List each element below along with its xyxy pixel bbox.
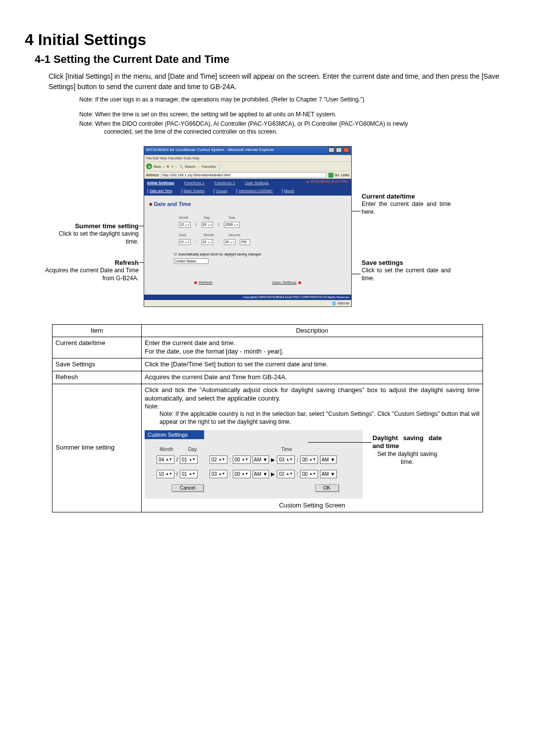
favorites-icon[interactable]: ★ [197, 164, 200, 169]
td-item-refresh: Refresh [53, 371, 142, 384]
cs-ampm-1b[interactable]: AM ▼ [320, 455, 337, 464]
checkbox-icon[interactable]: ☑ [174, 252, 177, 256]
minimize-icon[interactable] [328, 148, 334, 152]
custom-labels: Month Day Time [160, 446, 354, 453]
refresh-button[interactable]: Refresh [194, 280, 213, 285]
cs-ampm-1a[interactable]: AM ▼ [253, 455, 269, 464]
custom-row-2: 10▲▼ / 01▲▼ 03▲▼ : 00▲▼ AM ▼ ▶ 02▲▼ : 00… [157, 470, 354, 478]
window-buttons [328, 148, 349, 154]
tab-functions-2[interactable]: Functions 2 [214, 181, 235, 186]
tab-initial-settings[interactable]: Initial Settings [147, 181, 174, 186]
cs-min-2b[interactable]: 00▲▼ [300, 470, 318, 478]
back-label[interactable]: Back [154, 164, 161, 169]
cs-day-label: Day [188, 446, 197, 453]
back-icon[interactable]: ◄ [146, 163, 152, 169]
callout-current-title: Current date/time [362, 193, 451, 201]
arrow-icon: ▶ [271, 471, 275, 477]
cs-ampm-2b[interactable]: AM ▼ [320, 470, 337, 478]
cs-min-1a[interactable]: 00▲▼ [233, 455, 251, 464]
subtab-date-time[interactable]: Date and Time [147, 189, 172, 193]
subtab-blocks[interactable]: Blocks [282, 189, 295, 193]
stop-icon[interactable]: ✖ [166, 164, 169, 169]
maximize-icon[interactable] [336, 148, 342, 152]
auto-adjust-label: Automatically adjust clock for daylight … [178, 252, 261, 256]
ok-button[interactable]: OK [315, 484, 339, 492]
cs-month-1[interactable]: 04▲▼ [157, 455, 174, 464]
close-icon[interactable] [343, 148, 349, 152]
cs-day-2[interactable]: 01▲▼ [180, 470, 198, 478]
subtab-lossnay[interactable]: Interlocked LOSSNAY [236, 189, 273, 193]
th-description: Description [142, 324, 483, 337]
note-3b: connected, set the time of the connected… [104, 128, 510, 136]
go-button[interactable] [328, 173, 333, 178]
ampm-select[interactable]: PM [240, 239, 250, 245]
tab-functions-1[interactable]: Functions 1 [184, 181, 205, 186]
second-label: Second [228, 233, 244, 237]
hour-spinner[interactable]: 12▲▼ [179, 239, 191, 245]
ie-toolbar: ◄ Back ▸ ✖ ⟳ ⌂ 🔍 Search ★ Favorites 🕘 [144, 161, 351, 171]
year-spinner[interactable]: 2008▲▼ [224, 222, 239, 228]
address-input[interactable] [161, 172, 327, 178]
arrow-icon: ▶ [271, 456, 275, 463]
subtab-basic-system[interactable]: Basic System [181, 189, 205, 193]
app-copyright: Copyright(C)2008 MITSUBISHI ELECTRIC COR… [144, 295, 351, 301]
ie-window: MITSUBISHI Air Conditioner Control Syste… [144, 146, 352, 307]
cancel-button[interactable]: Cancel [171, 484, 204, 492]
tab-user-settings[interactable]: User Settings [245, 181, 268, 186]
date-labels-row: Month Day Year [179, 215, 346, 220]
td-desc-summer: Click and tick the "Automatically adjust… [142, 384, 483, 512]
minute-spinner[interactable]: 10▲▼ [202, 239, 214, 245]
refresh-icon[interactable]: ⟳ [171, 164, 174, 169]
auto-adjust-row[interactable]: ☑ Automatically adjust clock for dayligh… [174, 252, 346, 256]
callout-save-title: Save settings [362, 259, 451, 267]
go-label[interactable]: Go [334, 173, 339, 177]
cs-min-2a[interactable]: 00▲▼ [233, 470, 251, 478]
custom-settings-title: Custom Settings [145, 430, 204, 439]
subtab-groups[interactable]: Groups [214, 189, 227, 193]
ie-menubar[interactable]: File Edit View Favorites Tools Help [144, 155, 351, 161]
month-spinner[interactable]: 10▲▼ [179, 222, 191, 228]
leader-line [308, 442, 372, 443]
callout-daylight: Daylight saving date and time Set the da… [373, 434, 442, 466]
th-item: Item [53, 324, 142, 337]
ie-title-text: MITSUBISHI Air Conditioner Control Syste… [146, 148, 274, 154]
forward-icon[interactable]: ▸ [163, 164, 165, 169]
cs-hour-2b[interactable]: 02▲▼ [277, 470, 295, 478]
dot-icon [298, 281, 301, 284]
page-title: 4 Initial Settings [25, 30, 510, 50]
search-label[interactable]: Search [185, 164, 196, 169]
cs-month-2[interactable]: 10▲▼ [157, 470, 174, 478]
second-spinner[interactable]: 36▲▼ [224, 239, 236, 245]
cs-hour-1a[interactable]: 02▲▼ [210, 455, 227, 464]
app-main-tabs: Initial Settings Functions 1 Functions 2… [144, 179, 351, 188]
callout-refresh-title: Refresh [45, 259, 139, 267]
home-icon[interactable]: ⌂ [175, 164, 177, 169]
internet-zone: Internet [332, 301, 349, 305]
custom-caption: Custom Setting Screen [145, 502, 480, 510]
cs-ampm-2a[interactable]: AM ▼ [253, 470, 269, 478]
cs-time-label: Time [281, 446, 292, 453]
cs-day-1[interactable]: 01▲▼ [180, 455, 198, 464]
favorites-label[interactable]: Favorites [202, 164, 216, 169]
cs-hour-2a[interactable]: 03▲▼ [210, 470, 227, 478]
td-desc-refresh: Acquires the current Date and Time from … [142, 371, 483, 384]
cs-month-label: Month [160, 446, 173, 453]
history-icon[interactable]: 🕘 [217, 164, 222, 169]
address-label: Address [146, 173, 159, 177]
callout-refresh-text: Acquires the current Date and Time from … [45, 267, 139, 282]
search-icon[interactable]: 🔍 [179, 164, 183, 169]
day-spinner[interactable]: 28▲▼ [202, 222, 214, 228]
links-label[interactable]: Links [341, 173, 349, 177]
td-item-current: Current date/time [53, 337, 142, 358]
callout-summer-text: Click to set the daylight saving time. [45, 230, 139, 246]
callout-daylight-text: Set the daylight saving time. [373, 451, 442, 466]
time-labels-row: Hour Minute Second [179, 233, 346, 237]
cs-hour-1b[interactable]: 03▲▼ [277, 455, 295, 464]
callout-daylight-title: Daylight saving date and time [373, 434, 442, 451]
year-label: Year [228, 215, 244, 220]
note-1: Note: If the user logs in as a manager, … [79, 96, 510, 104]
country-select[interactable]: United States [174, 258, 209, 264]
cs-min-1b[interactable]: 00▲▼ [300, 455, 318, 464]
callout-refresh: Refresh Acquires the current Date and Ti… [45, 259, 139, 283]
save-settings-button[interactable]: Save Settings [272, 280, 301, 285]
